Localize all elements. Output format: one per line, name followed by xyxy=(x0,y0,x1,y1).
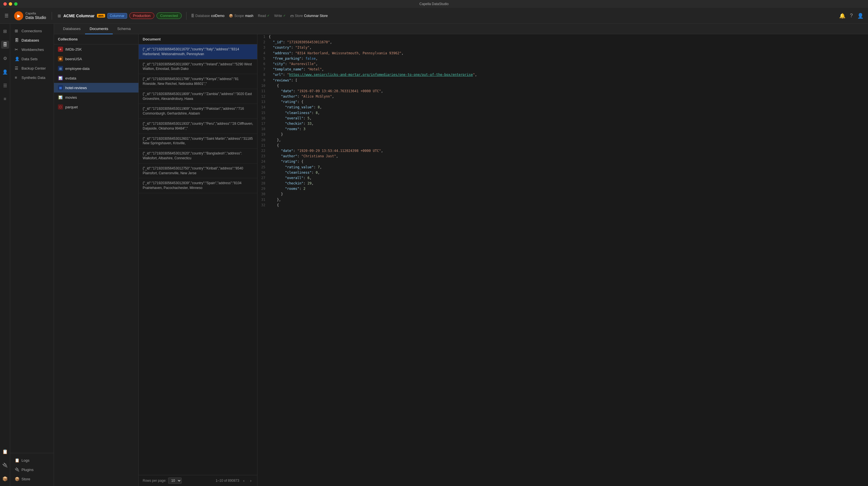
sidebar-item-datasets[interactable]: 👤 Data Sets xyxy=(11,54,53,63)
iconbar-plugins[interactable]: 🔌 xyxy=(1,461,9,469)
collection-parquet[interactable]: ⬡ parquet xyxy=(54,102,138,112)
aws-badge: aws xyxy=(97,14,105,18)
store-info: 🗃 Store Columnar Store xyxy=(290,14,328,18)
maximize-button[interactable] xyxy=(14,2,18,6)
iconbar-logs[interactable]: 📋 xyxy=(1,448,9,455)
iconbar-connections[interactable]: ⊞ xyxy=(1,27,9,35)
connection-name: ACME Columnar xyxy=(63,13,94,18)
json-line-29: 29 "rooms": 2 xyxy=(257,186,868,192)
doc-text-9: {"_id":"1719203056453012839","country":"… xyxy=(143,181,242,190)
collection-movies[interactable]: 📊 movies xyxy=(54,92,138,102)
iconbar-workbench[interactable]: ⚙ xyxy=(1,54,9,62)
store-value: Columnar Store xyxy=(304,14,328,18)
collection-beers-label: beersUSA xyxy=(65,57,82,61)
close-button[interactable] xyxy=(3,2,7,6)
title-bar: Capella DataStudio xyxy=(0,0,868,8)
doc-text-3: {"_id":"1719203056453011809","country":"… xyxy=(143,92,252,101)
json-panel: 1 { 2 "_id": "1719203056453011670", 3 "c… xyxy=(257,34,868,486)
doc-item-6[interactable]: {"_id":"1719203056453012601","country":"… xyxy=(139,134,257,149)
tab-documents[interactable]: Documents xyxy=(85,24,113,34)
sidebar-item-synthetic[interactable]: ≡ Synthetic Data xyxy=(11,73,53,82)
json-line-22: 22 "date": "1920-09-29 13:53:44.11202439… xyxy=(257,148,868,153)
collection-hotel[interactable]: ▦ hotel-reviews xyxy=(54,83,138,92)
sidebar-plugins-label: Plugins xyxy=(22,467,34,472)
doc-text-5: {"_id":"1719203056453011933","country":"… xyxy=(143,122,253,131)
prev-page-button[interactable]: ‹ xyxy=(242,478,246,483)
doc-item-5[interactable]: {"_id":"1719203056453011933","country":"… xyxy=(139,119,257,134)
left-sidebar: ⊞ Connections 🗄 Databases ✂ Workbenches … xyxy=(10,24,54,486)
sidebar-item-logs[interactable]: 📋 Logs xyxy=(11,456,53,465)
json-line-7: 7 "template_name": "Hotel", xyxy=(257,67,868,72)
doc-item-7[interactable]: {"_id":"1719203056453012620","country":"… xyxy=(139,148,257,164)
doc-item-2[interactable]: {"_id":"1719203056453011798","country":"… xyxy=(139,74,257,89)
document-list: {"_id":"1719203056453011670","country":"… xyxy=(139,45,257,475)
json-line-32: 32 { xyxy=(257,203,868,208)
sidebar-item-backup[interactable]: ☰ Backup Center xyxy=(11,64,53,73)
iconbar-synthetic[interactable]: ≡ xyxy=(1,95,9,103)
rows-select[interactable]: 10 25 50 xyxy=(168,478,182,484)
db-icon: 🗄 xyxy=(191,14,194,18)
collection-employee[interactable]: ▦ employee-data xyxy=(54,64,138,73)
main-layout: ⊞ 🗄 ⚙ 👤 ☰ ≡ 📋 🔌 📦 ⊞ Connections 🗄 Databa… xyxy=(0,24,868,486)
nav-separator-1 xyxy=(52,12,52,20)
sidebar-items: ⊞ Connections 🗄 Databases ✂ Workbenches … xyxy=(10,24,54,453)
iconbar-databases[interactable]: 🗄 xyxy=(1,41,9,49)
iconbar-store[interactable]: 📦 xyxy=(1,475,9,483)
datasets-icon: 👤 xyxy=(15,57,19,61)
sidebar-item-plugins[interactable]: 🔌 Plugins xyxy=(11,465,53,474)
collection-imdb[interactable]: ★ IMDb-25K xyxy=(54,45,138,54)
read-check-icon: ✓ xyxy=(267,14,270,18)
user-icon[interactable]: 👤 xyxy=(857,13,864,19)
doc-item-1[interactable]: {"_id":"1719203056453011690","country":"… xyxy=(139,59,257,75)
collection-beers[interactable]: ⬟ beersUSA xyxy=(54,54,138,64)
backup-icon: ☰ xyxy=(15,66,19,70)
top-nav-right: 🔔 ? 👤 xyxy=(839,13,864,19)
doc-pagination: Rows per page: 10 25 50 1–10 of 890873 ‹… xyxy=(139,475,257,486)
json-line-18: 18 "rooms": 3 xyxy=(257,126,868,132)
content-area: Databases Documents Schema Collections ★… xyxy=(54,24,868,486)
tab-databases[interactable]: Databases xyxy=(59,24,85,34)
logs-icon: 📋 xyxy=(15,458,19,462)
scope-icon: 📦 xyxy=(229,14,233,18)
json-line-1: 1 { xyxy=(257,34,868,39)
sidebar-connections-label: Connections xyxy=(22,29,42,33)
iconbar-datasets[interactable]: 👤 xyxy=(1,68,9,76)
collection-evdata[interactable]: 📊 evdata xyxy=(54,73,138,83)
doc-item-4[interactable]: {"_id":"1719203056453011909","country":"… xyxy=(139,104,257,119)
json-line-24: 24 "rating": { xyxy=(257,159,868,164)
logo-text: Capella Data Studio xyxy=(25,11,46,20)
json-line-15: 15 "cleanliness": 8, xyxy=(257,110,868,116)
document-header: Document xyxy=(139,34,257,45)
help-icon[interactable]: ? xyxy=(850,13,853,19)
json-line-30: 30 } xyxy=(257,192,868,197)
sidebar-item-connections[interactable]: ⊞ Connections xyxy=(11,26,53,35)
doc-item-3[interactable]: {"_id":"1719203056453011809","country":"… xyxy=(139,89,257,104)
window-controls[interactable] xyxy=(3,2,18,6)
json-line-27: 27 "overall": 6, xyxy=(257,175,868,181)
sidebar-item-workbenches[interactable]: ✂ Workbenches xyxy=(11,45,53,54)
bell-icon[interactable]: 🔔 xyxy=(839,13,845,19)
next-page-button[interactable]: › xyxy=(248,478,253,483)
minimize-button[interactable] xyxy=(9,2,12,6)
logo-bottom: Data Studio xyxy=(25,15,46,20)
sidebar-datasets-label: Data Sets xyxy=(22,57,38,61)
json-line-19: 19 } xyxy=(257,132,868,137)
write-check-icon: ✓ xyxy=(283,14,286,18)
production-badge: Production xyxy=(129,12,154,19)
doc-item-8[interactable]: {"_id":"1719203056453012750","country":"… xyxy=(139,164,257,178)
collection-employee-label: employee-data xyxy=(65,66,90,71)
tab-schema[interactable]: Schema xyxy=(113,24,135,34)
page-info: 1–10 of 890873 xyxy=(216,479,239,483)
sidebar-item-databases[interactable]: 🗄 Databases xyxy=(11,36,53,45)
hamburger-icon[interactable]: ☰ xyxy=(4,13,8,19)
store-nav-icon: 📦 xyxy=(15,477,19,481)
json-line-2: 2 "_id": "1719203056453011670", xyxy=(257,39,868,45)
doc-item-9[interactable]: {"_id":"1719203056453012839","country":"… xyxy=(139,178,257,193)
imdb-icon: ★ xyxy=(58,47,63,52)
iconbar-backup[interactable]: ☰ xyxy=(1,82,9,89)
doc-item-0[interactable]: {"_id":"1719203056453011670","country":"… xyxy=(139,45,257,59)
sidebar-databases-label: Databases xyxy=(22,38,39,42)
collection-movies-label: movies xyxy=(65,95,77,99)
sidebar-item-store[interactable]: 📦 Store xyxy=(11,475,53,483)
connected-badge: Connected xyxy=(157,12,182,19)
